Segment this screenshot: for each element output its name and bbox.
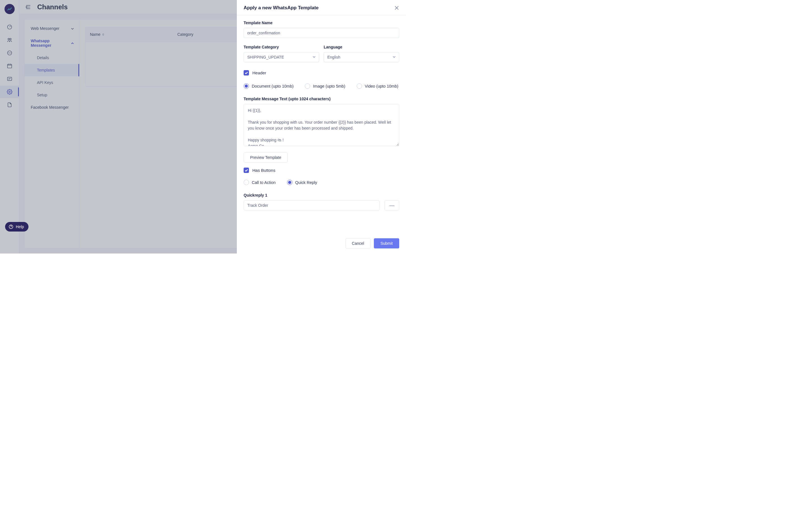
header-checkbox[interactable] <box>244 70 249 75</box>
cta-radio[interactable] <box>244 180 249 185</box>
has-buttons-checkbox[interactable] <box>244 168 249 173</box>
cta-label: Call to Action <box>252 180 276 185</box>
template-name-input[interactable] <box>244 28 399 38</box>
quickreply1-input[interactable] <box>244 200 379 210</box>
help-pill[interactable]: Help <box>5 222 29 231</box>
close-button[interactable] <box>394 5 399 10</box>
header-label: Header <box>252 70 266 75</box>
help-label: Help <box>16 224 24 229</box>
media-document-radio[interactable] <box>244 83 249 89</box>
quickreply1-remove-button[interactable]: — <box>385 200 399 210</box>
quick-reply-label: Quick Reply <box>295 180 317 185</box>
template-drawer: Apply a new WhatsApp Template Template N… <box>237 0 406 253</box>
language-label: Language <box>324 45 399 49</box>
template-name-label: Template Name <box>244 20 399 25</box>
template-category-select[interactable] <box>244 52 319 62</box>
drawer-footer: Cancel Submit <box>237 233 406 253</box>
drawer-header: Apply a new WhatsApp Template <box>237 0 406 15</box>
language-select[interactable] <box>324 52 399 62</box>
template-category-label: Template Category <box>244 45 319 49</box>
message-text-textarea[interactable] <box>244 104 399 146</box>
media-document-label: Document (upto 10mb) <box>252 84 294 89</box>
quick-reply-radio[interactable] <box>287 180 292 185</box>
cancel-button[interactable]: Cancel <box>345 238 371 248</box>
media-video-radio[interactable] <box>357 83 362 89</box>
media-video-label: Video (upto 10mb) <box>365 84 398 89</box>
submit-button[interactable]: Submit <box>374 238 399 248</box>
has-buttons-label: Has Buttons <box>252 168 275 173</box>
minus-icon: — <box>389 203 395 209</box>
drawer-body: Template Name Template Category Language <box>237 15 406 233</box>
message-text-label: Template Message Text (upto 1024 charact… <box>244 97 399 101</box>
drawer-title: Apply a new WhatsApp Template <box>244 5 319 11</box>
svg-point-11 <box>11 228 11 228</box>
preview-template-button[interactable]: Preview Template <box>244 152 288 163</box>
media-image-radio[interactable] <box>305 83 310 89</box>
quickreply1-label: Quickreply 1 <box>244 193 399 198</box>
media-image-label: Image (upto 5mb) <box>313 84 345 89</box>
